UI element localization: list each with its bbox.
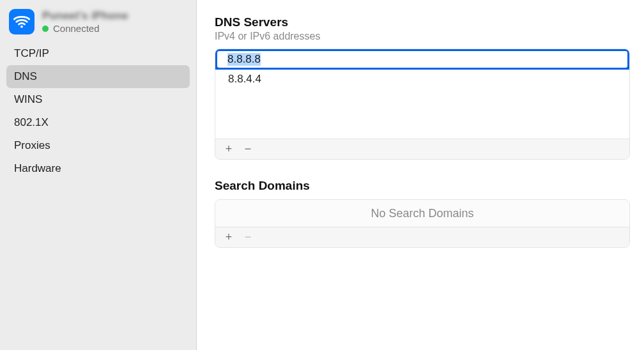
- dns-section: DNS Servers IPv4 or IPv6 addresses 8.8.4…: [215, 15, 630, 160]
- add-search-domain-button[interactable]: +: [220, 230, 237, 245]
- search-domains-title: Search Domains: [215, 179, 630, 193]
- sidebar: Puneet's iPhone Connected TCP/IP DNS WIN…: [0, 0, 197, 350]
- remove-dns-button[interactable]: −: [240, 142, 256, 157]
- network-name: Puneet's iPhone: [42, 10, 128, 22]
- plus-icon: +: [226, 231, 233, 244]
- dns-server-list[interactable]: 8.8.4.4: [215, 49, 629, 139]
- network-title-wrap: Puneet's iPhone Connected: [42, 10, 128, 34]
- search-domains-section: Search Domains No Search Domains + −: [215, 175, 630, 248]
- status-dot-icon: [42, 26, 49, 32]
- search-domains-empty[interactable]: No Search Domains: [215, 200, 629, 227]
- svg-point-0: [20, 26, 23, 28]
- status-label: Connected: [53, 23, 100, 34]
- dns-server-input[interactable]: [217, 51, 627, 68]
- network-header: Puneet's iPhone Connected: [6, 8, 190, 42]
- minus-icon: −: [245, 231, 252, 244]
- plus-icon: +: [226, 142, 233, 156]
- sidebar-item-tcpip[interactable]: TCP/IP: [6, 42, 190, 65]
- minus-icon: −: [245, 142, 252, 156]
- search-domains-panel: No Search Domains + −: [215, 199, 630, 248]
- sidebar-item-8021x[interactable]: 802.1X: [6, 111, 190, 134]
- wifi-icon: [9, 9, 34, 34]
- sidebar-item-dns[interactable]: DNS: [6, 65, 190, 88]
- dns-server-row-editing[interactable]: [215, 49, 629, 70]
- dns-subtitle: IPv4 or IPv6 addresses: [215, 31, 630, 42]
- dns-panel-footer: + −: [215, 139, 629, 159]
- sidebar-item-wins[interactable]: WINS: [6, 88, 190, 111]
- dns-server-row[interactable]: 8.8.4.4: [215, 70, 629, 89]
- sidebar-item-hardware[interactable]: Hardware: [6, 157, 190, 180]
- remove-search-domain-button: −: [240, 230, 256, 245]
- dns-title: DNS Servers: [215, 15, 630, 29]
- main-content: DNS Servers IPv4 or IPv6 addresses 8.8.4…: [197, 0, 644, 350]
- sidebar-item-proxies[interactable]: Proxies: [6, 134, 190, 157]
- status-row: Connected: [42, 23, 128, 34]
- add-dns-button[interactable]: +: [220, 142, 237, 157]
- search-domains-footer: + −: [215, 227, 629, 247]
- dns-panel: 8.8.4.4 + −: [215, 49, 630, 160]
